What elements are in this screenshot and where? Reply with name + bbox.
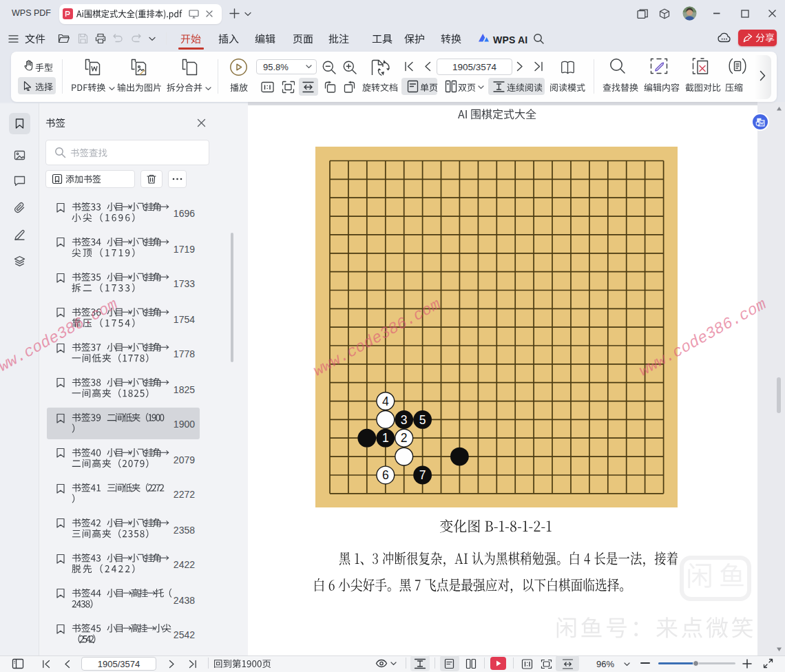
svg-text:5: 5	[419, 413, 426, 427]
svg-text:2: 2	[401, 431, 408, 445]
svg-text:3: 3	[401, 413, 408, 427]
svg-text:6: 6	[382, 468, 389, 482]
svg-text:7: 7	[419, 468, 426, 482]
svg-text:4: 4	[382, 395, 389, 408]
svg-text:1: 1	[382, 431, 389, 445]
